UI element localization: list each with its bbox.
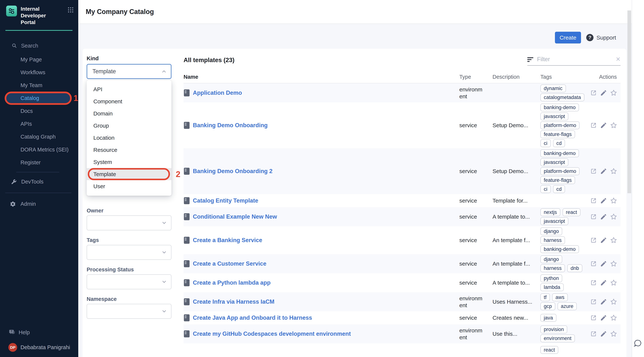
sidebar-item-workflows[interactable]: Workflows [0, 66, 78, 79]
sidebar-item-register[interactable]: Register [0, 156, 78, 169]
clear-icon[interactable]: ✕ [616, 56, 620, 63]
sidebar-item-apis[interactable]: APIs [0, 118, 78, 130]
table-row[interactable]: Create Infra via Harness IaCM environmen… [184, 292, 620, 311]
edit-icon[interactable] [600, 213, 607, 220]
sidebar-item-devtools[interactable]: DevTools [0, 175, 78, 188]
star-icon[interactable] [610, 122, 617, 129]
filter-input[interactable] [537, 56, 612, 63]
star-icon[interactable] [610, 89, 617, 96]
edit-icon[interactable] [600, 314, 607, 321]
table-row[interactable]: Create a Customer Service service An tem… [184, 254, 620, 273]
open-in-new-icon[interactable] [590, 260, 597, 267]
scrollbar-thumb[interactable] [628, 11, 631, 193]
sidebar-item-catalog[interactable]: 1Catalog [0, 92, 78, 105]
open-in-new-icon[interactable] [590, 122, 597, 129]
template-name-link[interactable]: Create my GitHub Codespaces development … [193, 330, 351, 337]
table-row[interactable]: Create a Python lambda app service A tem… [184, 273, 620, 292]
kind-option-label: Component [93, 98, 122, 105]
open-in-new-icon[interactable] [590, 279, 597, 286]
template-name-link[interactable]: Create a Customer Service [193, 260, 266, 267]
template-name-link[interactable]: Banking Demo Onboarding 2 [193, 168, 272, 175]
processing-status-select[interactable] [87, 274, 172, 289]
edit-icon[interactable] [600, 168, 607, 175]
template-name-link[interactable]: Create Java App and Onboard it to Harnes… [193, 314, 312, 321]
edit-icon[interactable] [600, 122, 607, 129]
template-actions [594, 89, 620, 96]
star-icon[interactable] [610, 279, 617, 286]
edit-icon[interactable] [600, 298, 607, 305]
apps-grid-icon[interactable] [68, 7, 74, 13]
create-button[interactable]: Create [555, 32, 581, 44]
column-header-type[interactable]: Type [459, 74, 492, 80]
kind-option-location[interactable]: Location [87, 132, 172, 144]
template-name-link[interactable]: Create a Banking Service [193, 237, 262, 244]
support-button[interactable]: ? Support [586, 34, 616, 41]
star-icon[interactable] [610, 314, 617, 321]
sidebar-search[interactable]: Search [0, 40, 78, 51]
sidebar-item-admin[interactable]: Admin [0, 198, 78, 210]
table-row[interactable]: Catalog Entity Template service Template… [184, 194, 620, 207]
template-name-link[interactable]: Catalog Entity Template [193, 197, 258, 204]
table-row[interactable]: Conditional Example New New service A te… [184, 207, 620, 226]
star-icon[interactable] [610, 237, 617, 244]
owner-select[interactable] [87, 215, 172, 230]
kind-option-resource[interactable]: Resource [87, 144, 172, 156]
edit-icon[interactable] [600, 279, 607, 286]
star-icon[interactable] [610, 298, 617, 305]
sidebar-item-help[interactable]: ? Help [0, 329, 78, 335]
open-in-new-icon[interactable] [590, 213, 597, 220]
open-in-new-icon[interactable] [590, 237, 597, 244]
table-row[interactable]: Create a Banking Service service An temp… [184, 226, 620, 254]
kind-option-component[interactable]: Component [87, 95, 172, 107]
template-name-link[interactable]: Create Infra via Harness IaCM [193, 298, 274, 305]
edit-icon[interactable] [600, 260, 607, 267]
open-in-new-icon[interactable] [590, 89, 597, 96]
chat-support-icon[interactable] [634, 339, 642, 348]
star-icon[interactable] [610, 213, 617, 220]
table-row[interactable]: Create Java App and Onboard it to Harnes… [184, 311, 620, 324]
table-row[interactable]: Application Demo environment dynamiccata… [184, 83, 620, 102]
table-row[interactable]: Banking Demo Onboarding 2 service Setup … [184, 148, 620, 194]
open-in-new-icon[interactable] [590, 298, 597, 305]
table-row[interactable]: Create my GitHub Codespaces development … [184, 324, 620, 343]
star-icon[interactable] [610, 330, 617, 337]
sidebar-item-dora-metrics-sei-[interactable]: DORA Metrics (SEI) [0, 143, 78, 156]
table-row[interactable]: Banking Demo Onboarding service Setup De… [184, 102, 620, 148]
column-header-name[interactable]: Name [184, 74, 459, 80]
star-icon[interactable] [610, 197, 617, 204]
star-icon[interactable] [610, 168, 617, 175]
kind-option-template[interactable]: Template2 [87, 168, 172, 180]
template-name-link[interactable]: Application Demo [193, 90, 242, 96]
kind-option-group[interactable]: Group [87, 120, 172, 132]
kind-option-domain[interactable]: Domain [87, 107, 172, 120]
edit-icon[interactable] [600, 237, 607, 244]
kind-option-api[interactable]: API [87, 83, 172, 95]
column-header-description[interactable]: Description [492, 74, 540, 80]
open-in-new-icon[interactable] [590, 314, 597, 321]
sidebar-item-my-team[interactable]: My Team [0, 79, 78, 92]
edit-icon[interactable] [600, 330, 607, 337]
sidebar-item-catalog-graph[interactable]: Catalog Graph [0, 130, 78, 143]
sidebar-user[interactable]: DP Debabrata Panigrahi [0, 343, 78, 352]
vertical-scrollbar[interactable] [627, 0, 631, 357]
sidebar-item-my-page[interactable]: My Page [0, 53, 78, 66]
kind-option-system[interactable]: System [87, 156, 172, 168]
column-header-tags[interactable]: Tags [540, 74, 594, 80]
open-in-new-icon[interactable] [590, 330, 597, 337]
template-name-link[interactable]: Banking Demo Onboarding [193, 122, 268, 129]
namespace-select[interactable] [87, 304, 172, 319]
open-in-new-icon[interactable] [590, 197, 597, 204]
kind-option-user[interactable]: User [87, 180, 172, 192]
template-name-link[interactable]: Create a Python lambda app [193, 279, 270, 286]
kind-select[interactable]: Template [87, 64, 172, 79]
tag-line: dynamic [540, 85, 594, 92]
template-actions [594, 213, 620, 220]
edit-icon[interactable] [600, 89, 607, 96]
edit-icon[interactable] [600, 197, 607, 204]
sidebar-item-docs[interactable]: Docs [0, 105, 78, 118]
tags-select[interactable] [87, 245, 172, 260]
template-name-link[interactable]: Conditional Example New New [193, 213, 277, 220]
table-row[interactable]: react [184, 343, 620, 356]
star-icon[interactable] [610, 260, 617, 267]
open-in-new-icon[interactable] [590, 168, 597, 175]
